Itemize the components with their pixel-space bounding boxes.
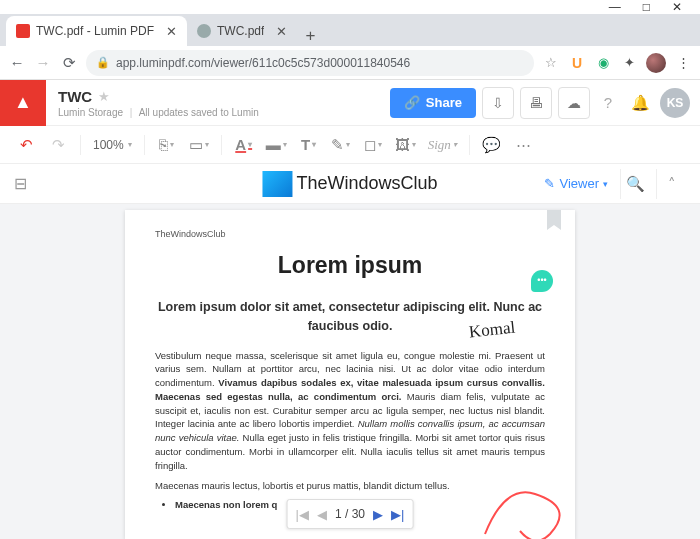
- separator: |: [130, 107, 133, 118]
- shape-button[interactable]: ◻: [359, 131, 387, 159]
- insert-dropdown[interactable]: ⎘: [153, 131, 181, 159]
- viewer-mode-dropdown[interactable]: ✎ Viewer ▾: [538, 172, 614, 195]
- browser-menu-icon[interactable]: ⋮: [674, 54, 692, 72]
- address-bar: ← → ⟳ 🔒 app.luminpdf.com/viewer/611c0c5c…: [0, 46, 700, 80]
- share-button[interactable]: 🔗 Share: [390, 88, 476, 118]
- forward-button[interactable]: →: [34, 54, 52, 72]
- tab-label: TWC.pdf - Lumin PDF: [36, 24, 154, 38]
- chevron-down-icon: ▾: [603, 179, 608, 189]
- star-icon[interactable]: ★: [98, 89, 110, 104]
- document-area[interactable]: TheWindowsClub Lorem ipsum ••• Lorem ips…: [0, 204, 700, 539]
- search-icon[interactable]: 🔍: [620, 169, 650, 199]
- lock-icon: 🔒: [96, 56, 110, 69]
- tab-label: TWC.pdf: [217, 24, 264, 38]
- prev-page-button[interactable]: ◀: [317, 507, 327, 522]
- tab-active[interactable]: TWC.pdf - Lumin PDF ✕: [6, 16, 187, 46]
- bookmark-icon[interactable]: [547, 210, 561, 230]
- page-counter[interactable]: 1 / 30: [335, 507, 365, 521]
- doc-meta: TWC ★ Lumin Storage | All updates saved …: [46, 88, 259, 118]
- share-label: Share: [426, 95, 462, 110]
- save-status: All updates saved to Lumin: [139, 107, 259, 118]
- next-page-button[interactable]: ▶: [373, 507, 383, 522]
- thumbnails-icon[interactable]: ⊟: [14, 174, 27, 193]
- download-button[interactable]: ⇩: [482, 87, 514, 119]
- user-avatar[interactable]: KS: [660, 88, 690, 118]
- page-paragraph: Vestibulum neque massa, scelerisque sit …: [155, 349, 545, 473]
- pencil-icon: ✎: [544, 176, 555, 191]
- handwriting-annotation[interactable]: Komal: [468, 316, 517, 345]
- page-heading-1: Lorem ipsum: [155, 249, 545, 282]
- page-header-text: TheWindowsClub: [155, 228, 545, 241]
- cloud-button[interactable]: ☁: [558, 87, 590, 119]
- page-navigator: |◀ ◀ 1 / 30 ▶ ▶|: [287, 499, 414, 529]
- chrome-favicon: [197, 24, 211, 38]
- tab-inactive[interactable]: TWC.pdf ✕: [187, 16, 297, 46]
- freehand-annotation[interactable]: [465, 469, 585, 539]
- print-button[interactable]: 🖶: [520, 87, 552, 119]
- lumin-favicon: [16, 24, 30, 38]
- brand: TheWindowsClub: [262, 171, 437, 197]
- comment-bubble-icon[interactable]: •••: [531, 270, 553, 292]
- lumin-logo[interactable]: ▲: [0, 80, 46, 126]
- pdf-page: TheWindowsClub Lorem ipsum ••• Lorem ips…: [125, 210, 575, 539]
- redo-button[interactable]: ↷: [44, 131, 72, 159]
- bell-icon[interactable]: 🔔: [626, 89, 654, 117]
- reload-button[interactable]: ⟳: [60, 54, 78, 72]
- close-icon[interactable]: ✕: [166, 24, 177, 39]
- comment-button[interactable]: 💬: [478, 131, 506, 159]
- extensions-icon[interactable]: ✦: [620, 54, 638, 72]
- secondary-bar: ⊟ TheWindowsClub ✎ Viewer ▾ 🔍 ˄: [0, 164, 700, 204]
- help-icon[interactable]: ?: [594, 89, 622, 117]
- sign-button[interactable]: Sign: [424, 131, 461, 159]
- bookmark-star-icon[interactable]: ☆: [542, 54, 560, 72]
- extension-u-icon[interactable]: U: [568, 54, 586, 72]
- doc-title[interactable]: TWC: [58, 88, 92, 105]
- text-tool-button[interactable]: T: [295, 131, 323, 159]
- toolbar: ↶ ↷ 100% ⎘ ▭ A ▬ T ✎ ◻ 🖼 Sign 💬 ⋯: [0, 126, 700, 164]
- tab-strip: TWC.pdf - Lumin PDF ✕ TWC.pdf ✕ +: [0, 14, 700, 46]
- last-page-button[interactable]: ▶|: [391, 507, 404, 522]
- highlight-button[interactable]: ▬: [262, 131, 291, 159]
- new-tab-button[interactable]: +: [297, 26, 323, 46]
- undo-button[interactable]: ↶: [12, 131, 40, 159]
- draw-button[interactable]: ✎: [327, 131, 355, 159]
- profile-avatar[interactable]: [646, 53, 666, 73]
- window-minimize[interactable]: —: [609, 0, 621, 14]
- zoom-dropdown[interactable]: 100%: [89, 138, 136, 152]
- page-dropdown[interactable]: ▭: [185, 131, 213, 159]
- link-icon: 🔗: [404, 95, 420, 110]
- window-close[interactable]: ✕: [672, 0, 682, 14]
- viewer-label: Viewer: [559, 176, 599, 191]
- url-input[interactable]: 🔒 app.luminpdf.com/viewer/611c0c5c573d00…: [86, 50, 534, 76]
- storage-label[interactable]: Lumin Storage: [58, 107, 123, 118]
- window-maximize[interactable]: □: [643, 0, 650, 14]
- text-color-button[interactable]: A: [230, 131, 258, 159]
- back-button[interactable]: ←: [8, 54, 26, 72]
- more-button[interactable]: ⋯: [510, 131, 538, 159]
- collapse-icon[interactable]: ˄: [656, 169, 686, 199]
- extension-green-icon[interactable]: ◉: [594, 54, 612, 72]
- brand-logo: [262, 171, 292, 197]
- app-header: ▲ TWC ★ Lumin Storage | All updates save…: [0, 80, 700, 126]
- first-page-button[interactable]: |◀: [296, 507, 309, 522]
- close-icon[interactable]: ✕: [276, 24, 287, 39]
- brand-text: TheWindowsClub: [296, 173, 437, 194]
- url-text: app.luminpdf.com/viewer/611c0c5c573d0000…: [116, 56, 410, 70]
- image-button[interactable]: 🖼: [391, 131, 420, 159]
